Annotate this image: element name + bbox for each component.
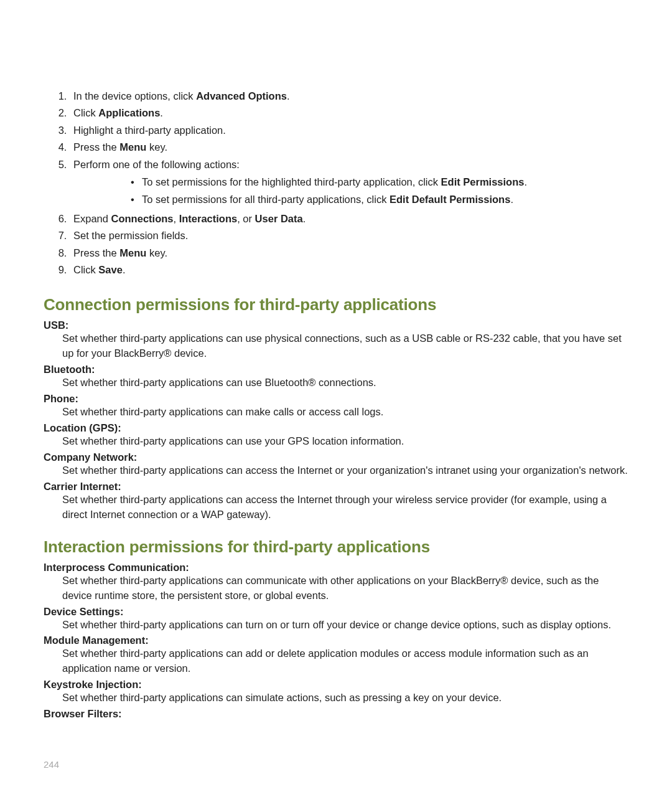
step-prefix: Press the <box>73 141 119 153</box>
step-list-part1: In the device options, click Advanced Op… <box>44 88 628 278</box>
list-item: Press the Menu key. <box>70 245 628 261</box>
list-item: In the device options, click Advanced Op… <box>70 88 628 104</box>
step-suffix: . <box>287 90 290 101</box>
section-heading-connection: Connection permissions for third-party a… <box>44 295 628 314</box>
list-item: Click Applications. <box>70 105 628 121</box>
step-prefix: In the device options, click <box>73 90 196 101</box>
list-item: Perform one of the following actions: To… <box>70 156 628 208</box>
term: Location (GPS): <box>44 422 628 434</box>
sub-suffix: . <box>510 194 513 205</box>
sub-bold: Edit Default Permissions <box>390 194 510 205</box>
definition: Set whether third-party applications can… <box>62 375 628 390</box>
definition: Set whether third-party applications can… <box>62 331 628 361</box>
step-bold: Advanced Options <box>196 90 287 101</box>
step-prefix: Set the permission fields. <box>73 230 188 241</box>
step-mid2: , or <box>237 213 254 224</box>
list-item: Expand Connections, Interactions, or Use… <box>70 210 628 227</box>
list-item: Click Save. <box>70 262 628 278</box>
list-item: To set permissions for the highlighted t… <box>131 174 628 190</box>
list-item: Highlight a third-party application. <box>70 122 628 138</box>
definition: Set whether third-party applications can… <box>62 691 628 706</box>
list-item: Press the Menu key. <box>70 139 628 155</box>
term: Interprocess Communication: <box>44 562 628 573</box>
term: Phone: <box>44 393 628 405</box>
term: USB: <box>44 319 628 331</box>
term: Browser Filters: <box>44 708 628 720</box>
step-prefix: Press the <box>73 247 119 258</box>
sub-suffix: . <box>524 176 527 187</box>
step-suffix: . <box>160 107 163 118</box>
definition: Set whether third-party applications can… <box>62 646 628 676</box>
term: Module Management: <box>44 635 628 646</box>
sub-bold: Edit Permissions <box>441 176 525 187</box>
definition: Set whether third-party applications can… <box>62 463 628 478</box>
step-bold: Menu <box>119 247 146 258</box>
step-prefix: Expand <box>73 213 111 224</box>
step-suffix: . <box>303 213 306 224</box>
step-bold: Menu <box>119 141 146 153</box>
step-bold2: Interactions <box>179 213 238 224</box>
term: Device Settings: <box>44 606 628 618</box>
step-suffix: key. <box>146 247 167 258</box>
term: Bluetooth: <box>44 364 628 375</box>
step-bold: Applications <box>98 107 160 118</box>
sub-list: To set permissions for the highlighted t… <box>73 174 628 208</box>
term: Keystroke Injection: <box>44 679 628 691</box>
list-item: To set permissions for all third-party a… <box>131 191 628 207</box>
list-item: Set the permission fields. <box>70 227 628 243</box>
term: Carrier Internet: <box>44 481 628 493</box>
section-heading-interaction: Interaction permissions for third-party … <box>44 537 628 557</box>
sub-prefix: To set permissions for all third-party a… <box>142 194 390 205</box>
term: Company Network: <box>44 451 628 463</box>
definition: Set whether third-party applications can… <box>62 405 628 420</box>
definition: Set whether third-party applications can… <box>62 618 628 633</box>
step-suffix: . <box>123 264 126 275</box>
definition-list-connection: USB: Set whether third-party application… <box>44 319 628 522</box>
definition: Set whether third-party applications can… <box>62 573 628 603</box>
step-bold3: User Data <box>255 213 303 224</box>
definition: Set whether third-party applications can… <box>62 493 628 522</box>
step-bold: Connections <box>111 213 174 224</box>
step-prefix: Click <box>73 264 98 275</box>
step-prefix: Highlight a third-party application. <box>73 125 226 136</box>
definition: Set whether third-party applications can… <box>62 434 628 449</box>
step-prefix: Perform one of the following actions: <box>73 159 240 170</box>
step-bold: Save <box>98 264 123 275</box>
page-number: 244 <box>44 759 59 770</box>
definition-list-interaction: Interprocess Communication: Set whether … <box>44 562 628 720</box>
sub-prefix: To set permissions for the highlighted t… <box>142 176 441 187</box>
step-mid: , <box>173 213 179 224</box>
step-prefix: Click <box>73 107 98 118</box>
step-suffix: key. <box>146 141 167 153</box>
